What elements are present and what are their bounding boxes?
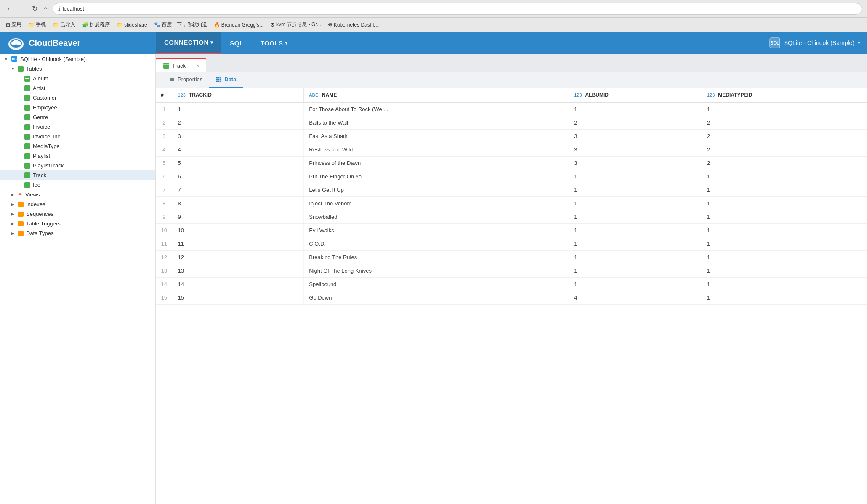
table-row[interactable]: 15 15 Go Down 4 1 [156, 291, 867, 305]
sql-label: SQL [230, 40, 243, 47]
table-icon-invoice [24, 124, 30, 130]
tab-track[interactable]: Track × [156, 58, 206, 72]
table-row[interactable]: 12 12 Breaking The Rules 1 1 [156, 251, 867, 264]
back-button[interactable]: ← [5, 4, 15, 13]
sidebar-item-data-types[interactable]: ▶ Data Types [0, 228, 155, 238]
browser-nav-buttons[interactable]: ← → ↻ ⌂ [5, 4, 49, 13]
nav-sql[interactable]: SQL [221, 32, 252, 54]
forward-button[interactable]: → [18, 4, 28, 13]
sidebar-item-invoice[interactable]: Invoice [0, 122, 155, 132]
sidebar-item-album[interactable]: Album [0, 74, 155, 83]
sidebar-item-playlist[interactable]: Playlist [0, 151, 155, 161]
cell-name: Snowballed [304, 210, 569, 224]
cell-rownum: 5 [156, 157, 173, 170]
table-row[interactable]: 2 2 Balls to the Wall 2 2 [156, 116, 867, 130]
bookmark-baidu-label: 百度一下，你就知道 [162, 21, 207, 28]
bookmark-slideshare[interactable]: 📁 slideshare [114, 21, 150, 29]
table-row[interactable]: 6 6 Put The Finger On You 1 1 [156, 170, 867, 183]
right-panel: Track × Properties [156, 54, 867, 504]
bookmark-brendan[interactable]: 🔥 Brendan Gregg's... [211, 21, 266, 29]
albumid-type-badge: 123 [574, 93, 582, 98]
col-header-trackid[interactable]: 123 TRACKID [173, 88, 304, 103]
cell-rownum: 1 [156, 103, 173, 116]
data-table-container[interactable]: # 123 TRACKID ABC [156, 88, 867, 504]
nav-connection[interactable]: CONNECTION ▾ [156, 32, 221, 54]
main-content: ▾ DB SQLite - Chinook (Sample) ▾ Tables [0, 54, 867, 504]
col-header-albumid[interactable]: 123 ALBUMID [569, 88, 702, 103]
sidebar-item-foo[interactable]: foo [0, 180, 155, 190]
sidebar-item-indexes[interactable]: ▶ Indexes [0, 199, 155, 209]
table-row[interactable]: 10 10 Evil Walks 1 1 [156, 224, 867, 237]
sidebar-item-playlisttrack[interactable]: PlaylistTrack [0, 161, 155, 170]
views-arrow-icon: ▶ [10, 192, 15, 197]
fire-icon: 🔥 [214, 22, 220, 28]
table-row[interactable]: 14 14 Spellbound 1 1 [156, 278, 867, 291]
sidebar-item-table-triggers[interactable]: ▶ Table Triggers [0, 219, 155, 228]
content-area: Properties Data [156, 72, 867, 504]
bookmark-k8s[interactable]: ☸ Kubernetes Dashb... [325, 21, 382, 29]
sub-tab-data[interactable]: Data [209, 72, 243, 88]
sidebar-item-invoiceline[interactable]: InvoiceLine [0, 132, 155, 141]
bookmark-apps[interactable]: ⊞ 应用 [3, 20, 24, 29]
bookmark-phone-label: 手机 [36, 21, 46, 28]
cell-albumid: 2 [569, 116, 702, 130]
table-row[interactable]: 1 1 For Those About To Rock (We ... 1 1 [156, 103, 867, 116]
cell-albumid: 3 [569, 130, 702, 143]
table-row[interactable]: 8 8 Inject The Venom 1 1 [156, 197, 867, 210]
sidebar-item-customer[interactable]: Customer [0, 93, 155, 103]
cell-albumid: 1 [569, 170, 702, 183]
col-header-mediatypeid[interactable]: 123 MEDIATYPEID [702, 88, 867, 103]
cell-name: For Those About To Rock (We ... [304, 103, 569, 116]
table-row[interactable]: 5 5 Princess of the Dawn 3 2 [156, 157, 867, 170]
sidebar-item-sequences[interactable]: ▶ Sequences [0, 209, 155, 219]
svg-rect-16 [216, 77, 221, 82]
bookmark-phone[interactable]: 📁 手机 [26, 20, 48, 29]
cell-name: Let's Get It Up [304, 183, 569, 197]
table-row[interactable]: 13 13 Night Of The Long Knives 1 1 [156, 264, 867, 278]
connection-indicator[interactable]: SQL SQLite - Chinook (Sample) ▾ [762, 37, 867, 49]
sidebar-item-tables[interactable]: ▾ Tables [0, 64, 155, 74]
sidebar-item-mediatype[interactable]: MediaType [0, 141, 155, 151]
cell-mediatypeid: 1 [702, 264, 867, 278]
table-row[interactable]: 11 11 C.O.D. 1 1 [156, 237, 867, 251]
name-type-badge: ABC [309, 93, 319, 98]
table-row[interactable]: 9 9 Snowballed 1 1 [156, 210, 867, 224]
cell-rownum: 10 [156, 224, 173, 237]
cell-name: Spellbound [304, 278, 569, 291]
sqlite-icon: SQL [769, 37, 781, 49]
tab-close-button[interactable]: × [197, 63, 199, 68]
bookmark-kvm[interactable]: ⚙ kvm 节点信息 - Gr... [268, 20, 324, 29]
sidebar-item-root[interactable]: ▾ DB SQLite - Chinook (Sample) [0, 54, 155, 64]
sidebar-item-artist[interactable]: Artist [0, 83, 155, 93]
data-grid-icon [216, 77, 222, 82]
sidebar: ▾ DB SQLite - Chinook (Sample) ▾ Tables [0, 54, 156, 504]
cell-albumid: 1 [569, 224, 702, 237]
data-label: Data [224, 76, 236, 82]
bookmark-extensions[interactable]: 🧩 扩展程序 [80, 20, 112, 29]
bookmark-apps-label: 应用 [11, 21, 21, 28]
cell-rownum: 3 [156, 130, 173, 143]
cell-mediatypeid: 1 [702, 183, 867, 197]
sidebar-item-employee[interactable]: Employee [0, 103, 155, 112]
folder-icon3: 📁 [117, 22, 123, 28]
col-header-name[interactable]: ABC NAME [304, 88, 569, 103]
browser-chrome: ← → ↻ ⌂ ℹ localhost [0, 0, 867, 18]
reload-button[interactable]: ↻ [30, 4, 39, 13]
sidebar-item-views[interactable]: ▶ 👁 Views [0, 190, 155, 199]
sub-tab-properties[interactable]: Properties [162, 72, 209, 88]
bookmark-imported[interactable]: 📁 已导入 [50, 20, 78, 29]
nav-tools[interactable]: TOOLS ▾ [252, 32, 296, 54]
invoice-label: Invoice [33, 124, 50, 130]
home-button[interactable]: ⌂ [42, 4, 49, 13]
bookmark-baidu[interactable]: 🐾 百度一下，你就知道 [152, 20, 210, 29]
table-row[interactable]: 4 4 Restless and Wild 3 2 [156, 143, 867, 157]
table-row[interactable]: 7 7 Let's Get It Up 1 1 [156, 183, 867, 197]
table-row[interactable]: 3 3 Fast As a Shark 3 2 [156, 130, 867, 143]
cell-rownum: 2 [156, 116, 173, 130]
address-bar[interactable]: ℹ localhost [53, 3, 862, 15]
cell-trackid: 11 [173, 237, 304, 251]
sidebar-item-track[interactable]: Track [0, 170, 155, 180]
cell-name: Put The Finger On You [304, 170, 569, 183]
cell-name: Princess of the Dawn [304, 157, 569, 170]
sidebar-item-genre[interactable]: Genre [0, 112, 155, 122]
